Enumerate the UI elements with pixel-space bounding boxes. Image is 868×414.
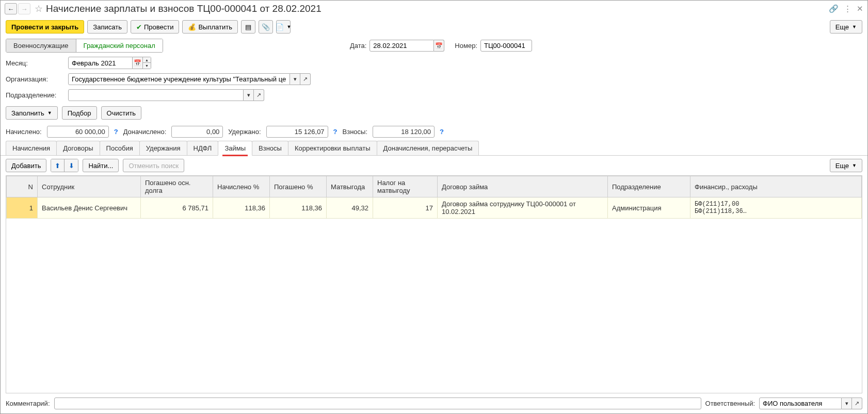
cancel-search-button[interactable]: Отменить поиск xyxy=(123,159,184,172)
cell-interest-paid[interactable]: 118,36 xyxy=(270,197,327,219)
col-employee[interactable]: Сотрудник xyxy=(38,176,141,197)
attach-button[interactable]: 📎 xyxy=(259,20,273,34)
spinner-up[interactable]: ▲ xyxy=(143,57,151,63)
col-dept[interactable]: Подразделение xyxy=(608,176,690,197)
help-icon[interactable]: ? xyxy=(440,128,444,136)
segment-military[interactable]: Военнослужащие xyxy=(6,39,76,52)
cell-matbenefit[interactable]: 49,32 xyxy=(327,197,373,219)
dept-dropdown-button[interactable]: ▾ xyxy=(244,89,254,101)
report-button[interactable]: ▤ xyxy=(241,20,255,34)
chevron-down-icon: ▾ xyxy=(247,92,250,98)
tab-loans[interactable]: Займы xyxy=(218,141,252,156)
contrib-label: Взносы: xyxy=(343,128,368,136)
table-more-button[interactable]: Еще▼ xyxy=(830,159,862,172)
move-down-button[interactable]: ⬇ xyxy=(65,159,78,172)
tab-recalcs[interactable]: Доначисления, перерасчеты xyxy=(377,141,479,155)
col-interest-accrued[interactable]: Начислено % xyxy=(213,176,270,197)
add-row-button[interactable]: Добавить xyxy=(6,159,46,172)
favorite-icon[interactable]: ☆ xyxy=(35,3,43,14)
responsible-input[interactable] xyxy=(763,400,838,407)
chevron-down-icon: ▼ xyxy=(852,24,857,29)
main-toolbar: Провести и закрыть Записать ✔Провести 💰В… xyxy=(1,17,867,37)
close-icon[interactable]: ✕ xyxy=(857,4,863,13)
fill-button-label: Заполнить xyxy=(11,109,44,117)
table-more-label: Еще xyxy=(835,162,849,170)
tab-benefits[interactable]: Пособия xyxy=(100,141,140,155)
withheld-value: 15 126,07 xyxy=(266,126,328,138)
number-label: Номер: xyxy=(455,42,477,49)
accrued-value: 60 000,00 xyxy=(47,126,109,138)
tab-contributions[interactable]: Взносы xyxy=(252,141,288,155)
org-input[interactable] xyxy=(72,75,286,83)
org-open-button[interactable]: ↗ xyxy=(300,73,311,85)
col-principal[interactable]: Погашено осн. долга xyxy=(141,176,213,197)
col-n[interactable]: N xyxy=(7,176,38,197)
chevron-down-icon: ▾ xyxy=(294,76,297,82)
month-spinner[interactable]: ▲▼ xyxy=(143,57,151,69)
tab-corrections[interactable]: Корректировки выплаты xyxy=(288,141,377,155)
pay-button[interactable]: 💰Выплатить xyxy=(182,20,238,34)
tab-contracts[interactable]: Договоры xyxy=(56,141,100,155)
cell-financing[interactable]: БФ(211)17,00 БФ(211)118,36… xyxy=(690,197,862,219)
print-button[interactable]: 📄▼ xyxy=(276,20,291,34)
col-contract[interactable]: Договор займа xyxy=(438,176,608,197)
open-icon: ↗ xyxy=(256,92,261,98)
col-tax[interactable]: Налог на матвыгоду xyxy=(373,176,438,197)
nav-forward-button[interactable]: → xyxy=(18,3,30,14)
cell-employee[interactable]: Васильев Денис Сергеевич xyxy=(38,197,141,219)
month-input[interactable] xyxy=(72,59,129,67)
segment-civil[interactable]: Гражданский персонал xyxy=(76,39,163,52)
kebab-menu-icon[interactable]: ⋮ xyxy=(844,4,851,13)
cell-principal[interactable]: 6 785,71 xyxy=(141,197,213,219)
nav-back-button[interactable]: ← xyxy=(5,3,17,14)
number-input[interactable] xyxy=(484,42,528,49)
comment-input[interactable] xyxy=(58,400,698,407)
table-row[interactable]: 1 Васильев Денис Сергеевич 6 785,71 118,… xyxy=(7,197,862,219)
date-label: Дата: xyxy=(350,42,366,49)
find-button[interactable]: Найти... xyxy=(83,159,119,172)
cell-interest-accrued[interactable]: 118,36 xyxy=(213,197,270,219)
cell-contract[interactable]: Договор займа сотруднику ТЦ00-000001 от … xyxy=(438,197,608,219)
responsible-dropdown-button[interactable]: ▾ xyxy=(842,398,852,409)
withheld-label: Удержано: xyxy=(228,128,261,136)
clear-button[interactable]: Очистить xyxy=(101,106,142,120)
cell-tax[interactable]: 17 xyxy=(373,197,438,219)
col-interest-paid[interactable]: Погашено % xyxy=(270,176,327,197)
more-button-label: Еще xyxy=(835,23,849,31)
chevron-down-icon: ▼ xyxy=(47,110,52,115)
col-matbenefit[interactable]: Матвыгода xyxy=(327,176,373,197)
dept-open-button[interactable]: ↗ xyxy=(254,89,264,101)
chevron-down-icon: ▼ xyxy=(852,163,857,168)
comment-label: Комментарий: xyxy=(6,400,50,407)
tab-deductions[interactable]: Удержания xyxy=(139,141,187,155)
cell-dept[interactable]: Администрация xyxy=(608,197,690,219)
save-button[interactable]: Записать xyxy=(87,20,127,34)
month-label: Месяц: xyxy=(6,59,65,67)
org-dropdown-button[interactable]: ▾ xyxy=(290,73,300,85)
tab-accruals[interactable]: Начисления xyxy=(6,141,57,155)
tab-ndfl[interactable]: НДФЛ xyxy=(187,141,219,155)
more-button[interactable]: Еще▼ xyxy=(830,20,862,34)
pick-button[interactable]: Подбор xyxy=(62,106,97,120)
org-label: Организация: xyxy=(6,75,65,83)
extra-label: Доначислено: xyxy=(123,128,167,136)
date-input[interactable] xyxy=(373,42,430,49)
help-icon[interactable]: ? xyxy=(333,128,337,136)
fill-button[interactable]: Заполнить▼ xyxy=(6,106,58,120)
link-icon[interactable]: 🔗 xyxy=(829,4,839,13)
help-icon[interactable]: ? xyxy=(114,128,118,136)
arrow-up-icon: ⬆ xyxy=(55,162,60,170)
post-button[interactable]: ✔Провести xyxy=(131,20,180,34)
spinner-down[interactable]: ▼ xyxy=(143,63,151,69)
responsible-open-button[interactable]: ↗ xyxy=(852,398,862,409)
move-up-button[interactable]: ⬆ xyxy=(51,159,65,172)
calendar-button[interactable]: 📅 xyxy=(434,40,444,52)
segment-row: Военнослужащие Гражданский персонал Дата… xyxy=(1,37,867,55)
cell-n[interactable]: 1 xyxy=(7,197,38,219)
col-financing[interactable]: Финансир., расходы xyxy=(690,176,862,197)
calendar-icon: 📅 xyxy=(435,42,443,49)
post-and-close-button[interactable]: Провести и закрыть xyxy=(6,20,84,34)
dept-input[interactable] xyxy=(72,91,240,99)
open-icon: ↗ xyxy=(303,76,308,82)
month-calendar-button[interactable]: 📅 xyxy=(133,57,143,69)
